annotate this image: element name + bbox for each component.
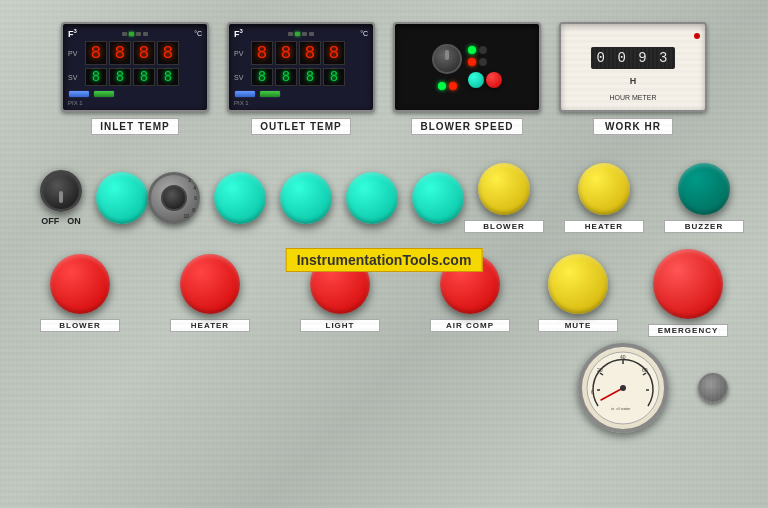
meters-row: F3 °C PV 8 8 8 8 bbox=[31, 22, 737, 135]
green-btn-3-group bbox=[280, 172, 332, 224]
svg-point-12 bbox=[620, 385, 626, 391]
right-red-buttons: MUTE EMERGENCY bbox=[538, 249, 728, 337]
inlet-pv-digits: 8 8 8 8 bbox=[85, 41, 179, 65]
green-button-5[interactable] bbox=[412, 172, 464, 224]
green-btn-1-group bbox=[96, 172, 148, 224]
blower-knob[interactable] bbox=[432, 44, 462, 74]
pressure-gauge: 0 20 40 60 in. of water bbox=[578, 343, 668, 433]
outlet-pv-digits: 8 8 8 8 bbox=[251, 41, 345, 65]
outlet-sv-digits: 8 8 8 8 bbox=[251, 68, 345, 86]
svg-text:40: 40 bbox=[620, 354, 626, 360]
blower-led-red bbox=[449, 82, 457, 90]
blower-speed-label: BLOWER SPEED bbox=[411, 118, 522, 135]
outlet-btn1[interactable] bbox=[234, 90, 256, 98]
watermark: InstrumentationTools.com bbox=[286, 248, 483, 272]
outlet-unit: °C bbox=[360, 30, 368, 37]
panel-screw bbox=[698, 373, 728, 403]
heater-indicator-label: HEATER bbox=[564, 220, 644, 233]
inlet-unit: °C bbox=[194, 30, 202, 37]
green-button-4[interactable] bbox=[346, 172, 398, 224]
inlet-temp-unit: F3 °C PV 8 8 8 8 bbox=[61, 22, 209, 135]
blower-speed-unit: BLOWER SPEED bbox=[393, 22, 541, 135]
light-red-label: LIGHT bbox=[300, 319, 380, 332]
heater-indicator-btn[interactable] bbox=[578, 163, 630, 215]
heater-red-label: HEATER bbox=[170, 319, 250, 332]
emergency-label: EMERGENCY bbox=[648, 324, 728, 337]
green-button-1[interactable] bbox=[96, 172, 148, 224]
outlet-temp-label: OUTLET TEMP bbox=[251, 118, 351, 135]
rotary-switch[interactable] bbox=[40, 170, 82, 212]
blower-panel-led4 bbox=[479, 58, 487, 66]
bottom-right: 0 20 40 60 in. of water bbox=[578, 343, 728, 433]
buzzer-indicator-label: BUZZER bbox=[664, 220, 744, 233]
work-hr-label: WORK HR bbox=[593, 118, 673, 135]
inlet-temp-label: INLET TEMP bbox=[91, 118, 178, 135]
buzzer-indicator-btn[interactable] bbox=[678, 163, 730, 215]
inlet-btn1[interactable] bbox=[68, 90, 90, 98]
green-button-3[interactable] bbox=[280, 172, 332, 224]
green-button-2[interactable] bbox=[214, 172, 266, 224]
heater-red-btn[interactable] bbox=[180, 254, 240, 314]
green-btn-2-group bbox=[214, 172, 266, 224]
inlet-brand: F3 bbox=[68, 28, 77, 39]
svg-text:in. of water: in. of water bbox=[611, 406, 631, 411]
emergency-btn[interactable] bbox=[653, 249, 723, 319]
blower-speed-display bbox=[393, 22, 541, 112]
controls-row-1: OFF ON 2 4 6 8 10 bbox=[0, 163, 768, 233]
bottom-row: 0 20 40 60 in. of water bbox=[0, 343, 768, 433]
left-controls: OFF ON bbox=[40, 170, 148, 226]
aircomp-red-label: AIR COMP bbox=[430, 319, 510, 332]
blower-red-label: BLOWER bbox=[40, 319, 120, 332]
heater-red-group: HEATER bbox=[170, 254, 250, 332]
svg-text:0: 0 bbox=[591, 389, 594, 395]
middle-controls: 2 4 6 8 10 bbox=[148, 172, 464, 224]
green-btn-4-group bbox=[346, 172, 398, 224]
workhr-counter: 0 0 9 3 bbox=[591, 47, 676, 69]
control-panel: F3 °C PV 8 8 8 8 bbox=[0, 0, 768, 508]
svg-text:20: 20 bbox=[597, 367, 603, 373]
heater-indicator-group: HEATER bbox=[564, 163, 644, 233]
workhr-display: 0 0 9 3 H HOUR METER bbox=[559, 22, 707, 112]
numbered-dial[interactable]: 2 4 6 8 10 bbox=[148, 172, 200, 224]
outlet-brand: F3 bbox=[234, 28, 243, 39]
pressure-gauge-group: 0 20 40 60 in. of water bbox=[578, 343, 668, 433]
blower-indicator-label: BLOWER bbox=[464, 220, 544, 233]
svg-text:60: 60 bbox=[642, 367, 648, 373]
blower-red-btn[interactable] bbox=[50, 254, 110, 314]
green-btn-5-group bbox=[412, 172, 464, 224]
mute-label: MUTE bbox=[538, 319, 618, 332]
work-hr-unit: 0 0 9 3 H HOUR METER WORK HR bbox=[559, 22, 707, 135]
inlet-btn2[interactable] bbox=[93, 90, 115, 98]
workhr-bottom-label: HOUR METER bbox=[609, 94, 656, 101]
gauge-svg: 0 20 40 60 in. of water bbox=[583, 348, 663, 428]
blower-indicator-group: BLOWER bbox=[464, 163, 544, 233]
blower-small-btn1[interactable] bbox=[468, 72, 484, 88]
emergency-group: EMERGENCY bbox=[648, 249, 728, 337]
buzzer-indicator-group: BUZZER bbox=[664, 163, 744, 233]
blower-small-btn2[interactable] bbox=[486, 72, 502, 88]
blower-panel-led2 bbox=[479, 46, 487, 54]
blower-panel-led3 bbox=[468, 58, 476, 66]
blower-panel-led1 bbox=[468, 46, 476, 54]
off-on-switch-group: OFF ON bbox=[40, 170, 82, 226]
right-indicators: BLOWER HEATER BUZZER bbox=[464, 163, 744, 233]
mute-group: MUTE bbox=[538, 254, 618, 332]
workhr-dot bbox=[694, 33, 700, 39]
mute-btn[interactable] bbox=[548, 254, 608, 314]
blower-led-green bbox=[438, 82, 446, 90]
outlet-btn2[interactable] bbox=[259, 90, 281, 98]
blower-red-group: BLOWER bbox=[40, 254, 120, 332]
blower-indicator-btn[interactable] bbox=[478, 163, 530, 215]
inlet-temp-display: F3 °C PV 8 8 8 8 bbox=[61, 22, 209, 112]
workhr-unit-label: H bbox=[630, 76, 637, 86]
outlet-temp-display: F3 °C PV 8 8 8 8 bbox=[227, 22, 375, 112]
inlet-sv-digits: 8 8 8 8 bbox=[85, 68, 179, 86]
outlet-temp-unit: F3 °C PV 8 8 8 8 bbox=[227, 22, 375, 135]
